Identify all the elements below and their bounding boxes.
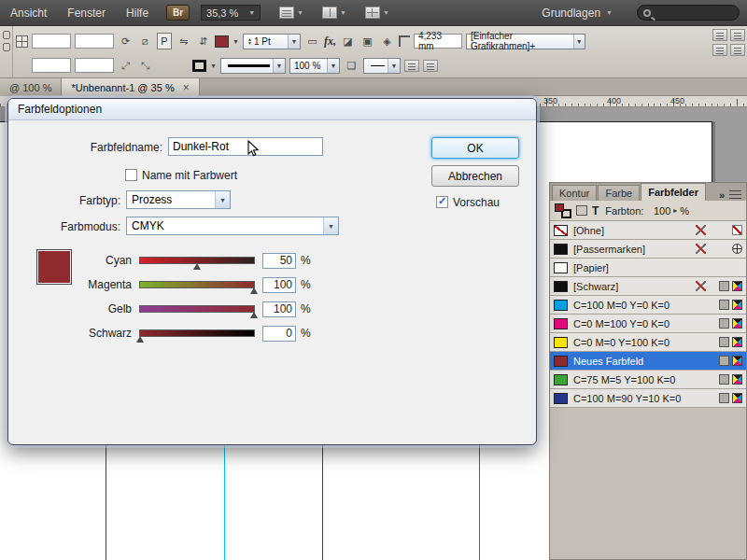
channel-label: Gelb: [8, 302, 139, 315]
slider-thumb[interactable]: [193, 263, 201, 270]
corner-options-icon[interactable]: ▭: [304, 35, 320, 49]
opacity-dropdown[interactable]: 100 % ▼: [289, 58, 340, 74]
effects-button[interactable]: fx,: [324, 35, 336, 49]
proportions-badge[interactable]: P: [157, 33, 172, 49]
character-style-icon[interactable]: [730, 44, 745, 56]
none-icon: [732, 225, 742, 235]
preview-checkbox[interactable]: [436, 196, 448, 208]
swatch-name: Neues Farbfeld: [573, 356, 696, 367]
stepper-icon[interactable]: ▲▼: [247, 37, 252, 45]
channel-value-input[interactable]: 100: [262, 301, 296, 317]
screen-mode-dropdown[interactable]: ▼: [322, 7, 346, 19]
menu-fenster[interactable]: Fenster: [57, 7, 116, 20]
ok-button[interactable]: OK: [431, 137, 519, 159]
swatch-row[interactable]: C=0 M=100 Y=0 K=0: [550, 315, 746, 333]
channel-value-input[interactable]: 100: [262, 277, 296, 293]
collapse-panel-icon[interactable]: »: [719, 189, 723, 201]
panel-menu-icon[interactable]: [729, 190, 741, 201]
swatch-row[interactable]: [Schwarz]: [550, 277, 746, 296]
x-position-field[interactable]: [32, 34, 71, 49]
line-type-dropdown[interactable]: ▼: [363, 58, 401, 74]
tab-farbfelder[interactable]: Farbfelder: [641, 183, 706, 201]
document-tab-2-active[interactable]: *Unbenannt-1 @ 35 % ×: [62, 78, 199, 96]
transparency-icon[interactable]: ◪: [340, 35, 356, 49]
swatch-row[interactable]: [Passermarken]: [550, 240, 746, 259]
tab-farbe[interactable]: Farbe: [598, 185, 640, 201]
no-edit-icon: [696, 281, 706, 291]
magenta-slider[interactable]: [139, 281, 255, 288]
swatch-color-chip: [554, 337, 568, 348]
swatch-row[interactable]: C=100 M=90 Y=10 K=0: [550, 389, 746, 408]
scale-x-icon[interactable]: ⤢: [118, 59, 134, 73]
drop-shadow-icon[interactable]: ❏: [344, 59, 359, 73]
reference-point-icon[interactable]: [16, 35, 28, 48]
wrap-around-icon[interactable]: ◈: [379, 35, 395, 49]
wrap-none-icon[interactable]: ▣: [359, 35, 375, 49]
black-slider[interactable]: [139, 329, 255, 337]
swatch-color-chip: [554, 374, 568, 385]
zoom-level-dropdown[interactable]: 35,3 % ▼: [201, 5, 261, 21]
rotate-icon[interactable]: ⟳: [118, 35, 134, 49]
tab-kontur[interactable]: Kontur: [552, 185, 597, 201]
flip-vertical-icon[interactable]: ⇵: [195, 35, 211, 49]
close-icon[interactable]: ×: [183, 83, 190, 92]
arrange-documents-icon: [365, 7, 380, 19]
workspace-switcher[interactable]: Grundlagen ▼: [542, 7, 613, 20]
color-mode-dropdown[interactable]: CMYK ▼: [126, 217, 339, 235]
slider-thumb[interactable]: [250, 287, 258, 294]
chevron-down-icon: ▼: [288, 35, 300, 49]
swatch-row[interactable]: C=75 M=5 Y=100 K=0: [550, 371, 746, 389]
stroke-color-swatch[interactable]: [192, 60, 206, 72]
dialog-title[interactable]: Farbfeldoptionen: [8, 99, 536, 120]
document-tab-1[interactable]: @ 100 %: [0, 78, 62, 96]
menu-ansicht[interactable]: Ansicht: [0, 7, 57, 20]
stroke-style-dropdown[interactable]: ▼: [220, 58, 286, 74]
bullet-list-icon[interactable]: [712, 29, 727, 41]
arrange-documents-dropdown[interactable]: ▼: [365, 7, 389, 19]
swatch-row[interactable]: [Ohne]: [550, 221, 746, 240]
align-center-icon[interactable]: [423, 60, 438, 72]
fill-color-swatch[interactable]: [215, 35, 229, 48]
view-options-dropdown[interactable]: ▼: [279, 7, 303, 19]
bridge-button[interactable]: Br: [166, 5, 190, 21]
channel-row-magenta: Magenta 100 %: [8, 275, 311, 294]
menubar: Ansicht Fenster Hilfe Br 35,3 % ▼ ▼ ▼ ▼ …: [0, 0, 747, 26]
swatch-row[interactable]: C=0 M=0 Y=100 K=0: [550, 333, 746, 352]
menu-hilfe[interactable]: Hilfe: [116, 7, 159, 20]
swatch-row[interactable]: C=100 M=0 Y=0 K=0: [550, 296, 746, 315]
paragraph-style-icon[interactable]: [712, 44, 727, 56]
numbered-list-icon[interactable]: [730, 29, 745, 41]
name-with-value-checkbox[interactable]: [125, 169, 137, 181]
stroke-weight-dropdown[interactable]: ▲▼ 1 Pt ▼: [243, 34, 301, 49]
shear-icon[interactable]: ⧄: [137, 35, 153, 49]
dock-icon[interactable]: [3, 43, 10, 51]
height-field[interactable]: [75, 58, 114, 73]
swatch-color-chip: [554, 225, 568, 236]
cyan-slider[interactable]: [139, 257, 255, 264]
flip-horizontal-icon[interactable]: ⇋: [176, 35, 191, 49]
search-input[interactable]: [637, 5, 740, 21]
swatch-row[interactable]: [Papier]: [550, 259, 746, 277]
fill-stroke-proxy-icon[interactable]: [555, 203, 571, 218]
align-left-icon[interactable]: [404, 60, 419, 72]
container-icon[interactable]: [576, 205, 587, 216]
swatch-row[interactable]: Neues Farbfeld: [550, 352, 746, 371]
dock-icon[interactable]: [3, 31, 10, 39]
color-type-dropdown[interactable]: Prozess ▼: [126, 190, 231, 209]
yellow-slider[interactable]: [139, 305, 255, 313]
y-position-field[interactable]: [32, 58, 71, 73]
channel-value-input[interactable]: 0: [262, 326, 296, 342]
slider-thumb[interactable]: [250, 312, 258, 318]
channel-value-input[interactable]: 50: [262, 253, 296, 269]
object-style-dropdown[interactable]: [Einfacher Grafikrahmen]+ ▼: [466, 34, 585, 49]
cancel-button[interactable]: Abbrechen: [431, 165, 519, 187]
tint-control[interactable]: Farbton: 100 ▸ %: [605, 205, 689, 217]
slider-thumb[interactable]: [136, 336, 144, 343]
swatch-name: [Passermarken]: [573, 244, 696, 255]
chevron-down-icon: ▼: [340, 9, 346, 16]
width-field[interactable]: [75, 34, 114, 49]
text-icon[interactable]: T: [592, 204, 599, 217]
corner-size-field[interactable]: 4,233 mm: [414, 34, 462, 49]
scale-y-icon[interactable]: ⤡: [137, 59, 153, 73]
stroke-style-preview: [228, 64, 270, 67]
